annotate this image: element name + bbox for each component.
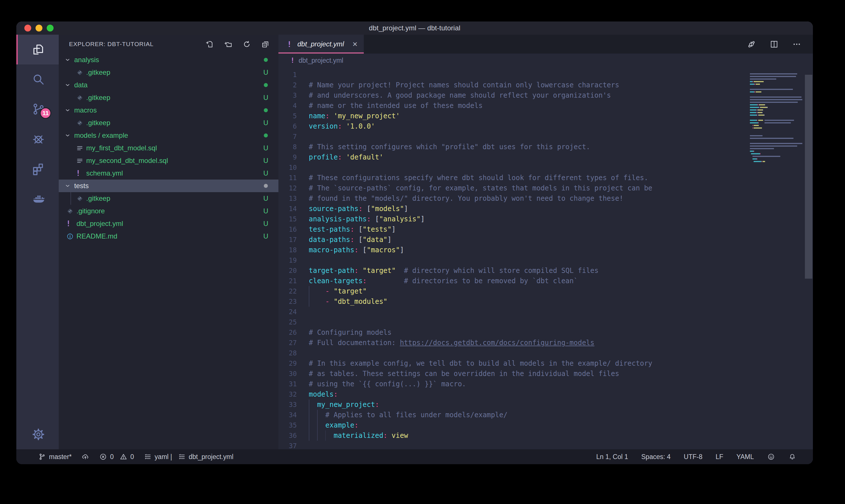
code-line-28[interactable]: 28 — [278, 348, 813, 358]
line-content: # Applies to all files under models/exam… — [309, 410, 507, 420]
code-line-33[interactable]: 33 my_new_project: — [278, 399, 813, 410]
close-tab-icon[interactable]: × — [352, 39, 358, 49]
new-file-icon[interactable] — [205, 40, 214, 49]
code-line-7[interactable]: 7 — [278, 131, 813, 142]
title-bar[interactable]: dbt_project.yml — dbt-tutorial — [16, 21, 813, 35]
code-line-37[interactable]: 37 — [278, 441, 813, 449]
code-line-29[interactable]: 29# In this example config, we tell dbt … — [278, 358, 813, 368]
status-git-branch[interactable]: master* — [38, 453, 72, 461]
code-line-25[interactable]: 25 — [278, 317, 813, 327]
activity-extensions[interactable] — [16, 154, 59, 183]
tree-item--gitignore[interactable]: .gitignoreU — [59, 205, 278, 217]
code-line-4[interactable]: 4# name or the intended use of these mod… — [278, 101, 813, 111]
code-editor[interactable]: 12# Name your project! Project names sho… — [278, 67, 813, 449]
status-yaml[interactable]: YAML — [736, 453, 754, 461]
collapse-all-icon[interactable] — [261, 40, 270, 49]
line-content: # Full documentation: https://docs.getdb… — [309, 338, 594, 348]
tree-item-schema-yml[interactable]: !schema.ymlU — [59, 167, 278, 180]
minimap[interactable] — [750, 71, 802, 166]
code-line-31[interactable]: 31# using the `{{ config(...) }}` macro. — [278, 379, 813, 389]
breadcrumb-filename[interactable]: dbt_project.yml — [299, 57, 343, 65]
tree-item-my-first-dbt-model-sql[interactable]: my_first_dbt_model.sqlU — [59, 142, 278, 154]
code-line-13[interactable]: 13# found in the "models/" directory. Yo… — [278, 193, 813, 204]
line-number: 2 — [278, 81, 309, 89]
status-lf[interactable]: LF — [716, 453, 723, 461]
code-line-34[interactable]: 34 # Applies to all files under models/e… — [278, 410, 813, 420]
activity-docker[interactable] — [16, 183, 59, 213]
vertical-scrollbar-thumb[interactable] — [805, 75, 812, 278]
close-window-button[interactable] — [24, 25, 31, 32]
code-line-9[interactable]: 9profile: 'default' — [278, 152, 813, 162]
code-line-18[interactable]: 18macro-paths: ["macros"] — [278, 245, 813, 255]
tree-item-models-example[interactable]: models / example — [59, 129, 278, 142]
tree-item--gitkeep[interactable]: .gitkeepU — [59, 192, 278, 205]
tree-item--gitkeep[interactable]: .gitkeepU — [59, 91, 278, 104]
activity-source-control[interactable]: 11 — [16, 94, 59, 124]
code-line-21[interactable]: 21clean-targets: # directories to be rem… — [278, 276, 813, 286]
tree-item-data[interactable]: data — [59, 79, 278, 91]
code-line-15[interactable]: 15analysis-paths: ["analysis"] — [278, 214, 813, 224]
code-line-36[interactable]: 36 materialized: view — [278, 430, 813, 441]
status-cloud-upload[interactable] — [82, 453, 89, 461]
code-line-23[interactable]: 23 - "dbt_modules" — [278, 296, 813, 307]
minimap-line — [750, 91, 802, 94]
minimize-window-button[interactable] — [36, 25, 42, 32]
code-line-6[interactable]: 6version: '1.0.0' — [278, 121, 813, 131]
tree-item-analysis[interactable]: analysis — [59, 54, 278, 66]
code-line-5[interactable]: 5name: 'my_new_project' — [278, 111, 813, 121]
line-content: # as tables. These settings can be overr… — [309, 368, 619, 379]
status-smiley[interactable] — [767, 453, 775, 461]
code-line-16[interactable]: 16test-paths: ["tests"] — [278, 224, 813, 235]
status-ln-1-col-1[interactable]: Ln 1, Col 1 — [596, 453, 628, 461]
code-line-22[interactable]: 22 - "target" — [278, 286, 813, 296]
tree-item-my-second-dbt-model-sql[interactable]: my_second_dbt_model.sqlU — [59, 154, 278, 167]
minimap-line — [750, 99, 802, 102]
code-line-19[interactable]: 19 — [278, 255, 813, 266]
code-line-11[interactable]: 11# These configurations specify where d… — [278, 173, 813, 183]
activity-explorer[interactable] — [16, 35, 59, 65]
tree-item--gitkeep[interactable]: .gitkeepU — [59, 116, 278, 129]
split-editor-icon[interactable] — [769, 39, 779, 49]
status-checklist[interactable]: yaml | — [144, 453, 172, 461]
more-icon[interactable] — [792, 39, 802, 49]
code-token: models — [309, 390, 334, 398]
minimap-line — [750, 151, 802, 153]
doc-link[interactable]: https://docs.getdbt.com/docs/configuring… — [400, 339, 594, 347]
code-line-10[interactable]: 10 — [278, 162, 813, 173]
code-line-24[interactable]: 24 — [278, 307, 813, 317]
code-line-12[interactable]: 12# The `source-paths` config, for examp… — [278, 183, 813, 193]
breadcrumb[interactable]: ! dbt_project.yml — [278, 54, 813, 67]
code-line-1[interactable]: 1 — [278, 70, 813, 80]
status-warning[interactable]: 0 — [120, 453, 134, 461]
new-folder-icon[interactable] — [224, 40, 233, 49]
tree-item--gitkeep[interactable]: .gitkeepU — [59, 66, 278, 79]
tree-item-dbt-project-yml[interactable]: !dbt_project.ymlU — [59, 217, 278, 230]
tree-item-macros[interactable]: macros — [59, 104, 278, 116]
status-bell[interactable] — [788, 453, 796, 461]
tab-dbt-project-yml[interactable]: ! dbt_project.yml × — [278, 35, 364, 54]
code-line-30[interactable]: 30# as tables. These settings can be ove… — [278, 368, 813, 379]
code-line-3[interactable]: 3# and underscores. A good package name … — [278, 90, 813, 101]
activity-run-debug[interactable] — [16, 124, 59, 154]
code-line-32[interactable]: 32models: — [278, 389, 813, 399]
tree-item-tests[interactable]: tests — [59, 180, 278, 192]
status-utf-8[interactable]: UTF-8 — [684, 453, 702, 461]
open-changes-icon[interactable] — [747, 39, 756, 49]
code-line-27[interactable]: 27# Full documentation: https://docs.get… — [278, 338, 813, 348]
code-line-8[interactable]: 8# This setting configures which "profil… — [278, 142, 813, 152]
activity-search[interactable] — [16, 65, 59, 94]
activity-settings[interactable] — [16, 419, 59, 449]
line-number: 25 — [278, 319, 309, 326]
status-error[interactable]: 0 — [99, 453, 114, 461]
code-line-26[interactable]: 26# Configuring models — [278, 327, 813, 338]
status-spaces-4[interactable]: Spaces: 4 — [641, 453, 670, 461]
tree-item-readme-md[interactable]: README.mdU — [59, 230, 278, 242]
code-line-35[interactable]: 35 example: — [278, 420, 813, 430]
zoom-window-button[interactable] — [47, 25, 54, 32]
code-line-20[interactable]: 20target-path: "target" # directory whic… — [278, 266, 813, 276]
code-line-2[interactable]: 2# Name your project! Project names shou… — [278, 80, 813, 90]
refresh-icon[interactable] — [242, 40, 251, 49]
status-checklist[interactable]: dbt_project.yml — [178, 453, 233, 461]
code-line-17[interactable]: 17data-paths: ["data"] — [278, 235, 813, 245]
code-line-14[interactable]: 14source-paths: ["models"] — [278, 204, 813, 214]
